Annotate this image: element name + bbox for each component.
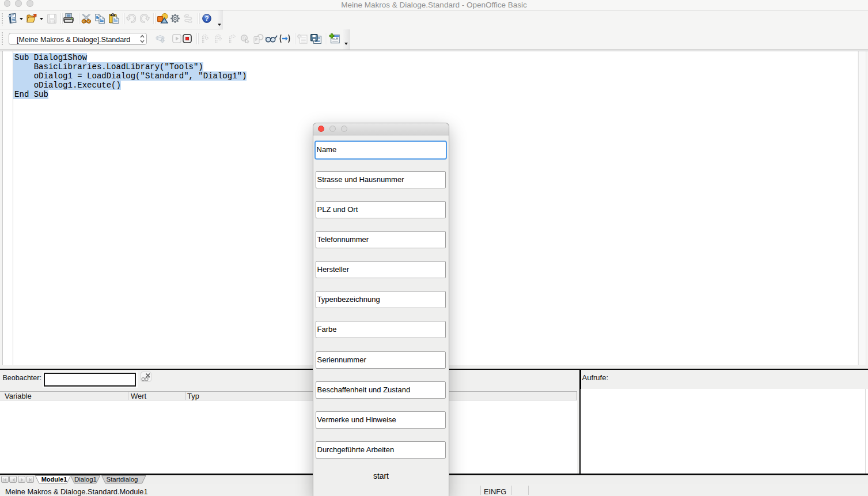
svg-text:?: ? (204, 15, 209, 22)
